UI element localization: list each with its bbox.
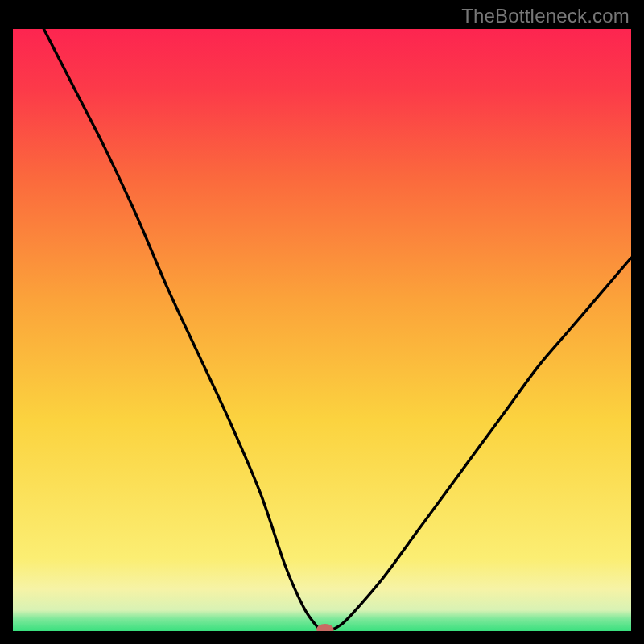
chart-frame (13, 29, 631, 631)
bottleneck-chart (13, 29, 631, 631)
watermark-text: TheBottleneck.com (461, 5, 630, 27)
chart-background (13, 29, 631, 631)
